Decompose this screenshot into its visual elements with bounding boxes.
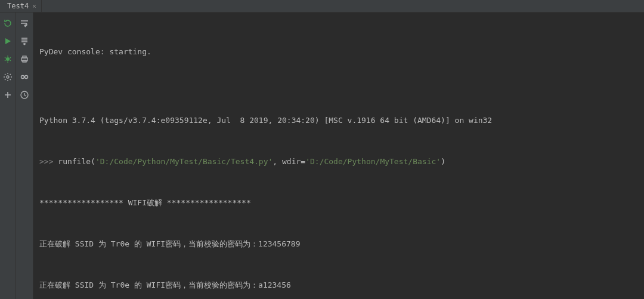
tab-label: Test4 [7,2,29,10]
svg-point-6 [24,76,27,79]
console-line: 正在破解 SSID 为 Tr0e 的 WIFI密码，当前校验的密码为：a1234… [39,278,638,292]
svg-point-1 [7,76,9,78]
tab-bar: Test4 × [0,0,644,13]
console-toolbar [16,13,33,299]
history-icon[interactable] [20,90,29,100]
console-line: >>> runfile('D:/Code/Python/MyTest/Basic… [39,155,638,168]
close-icon[interactable]: × [32,2,36,10]
console-line: 正在破解 SSID 为 Tr0e 的 WIFI密码，当前校验的密码为：12345… [39,237,638,251]
svg-point-0 [6,57,10,61]
run-icon[interactable] [3,36,13,46]
runfile-path: 'D:/Code/Python/MyTest/Basic/Test4.py' [95,157,273,166]
rerun-icon[interactable] [3,19,13,28]
console-line: PyDev console: starting. [39,45,638,58]
tab-test4[interactable]: Test4 × [2,0,42,12]
console-line: ****************** WIFI破解 **************… [39,196,638,209]
add-icon[interactable] [3,90,13,100]
show-variables-icon[interactable] [20,72,29,82]
runfile-call: runfile( [58,157,95,166]
runfile-end: ) [441,157,445,166]
runfile-mid: , wdir= [273,157,305,166]
runfile-wdir: 'D:/Code/Python/MyTest/Basic' [305,157,441,166]
console-output[interactable]: PyDev console: starting. Python 3.7.4 (t… [33,13,644,299]
soft-wrap-icon[interactable] [20,19,29,28]
content-area: PyDev console: starting. Python 3.7.4 (t… [0,13,644,299]
run-toolbar [0,13,16,299]
scroll-to-end-icon[interactable] [20,36,29,46]
prompt: >>> [39,157,58,166]
settings-icon[interactable] [3,72,13,82]
debug-icon[interactable] [3,54,13,64]
print-icon[interactable] [20,54,29,64]
console-line: Python 3.7.4 (tags/v3.7.4:e09359112e, Ju… [39,113,638,127]
svg-rect-3 [23,56,26,58]
svg-point-5 [21,76,24,79]
